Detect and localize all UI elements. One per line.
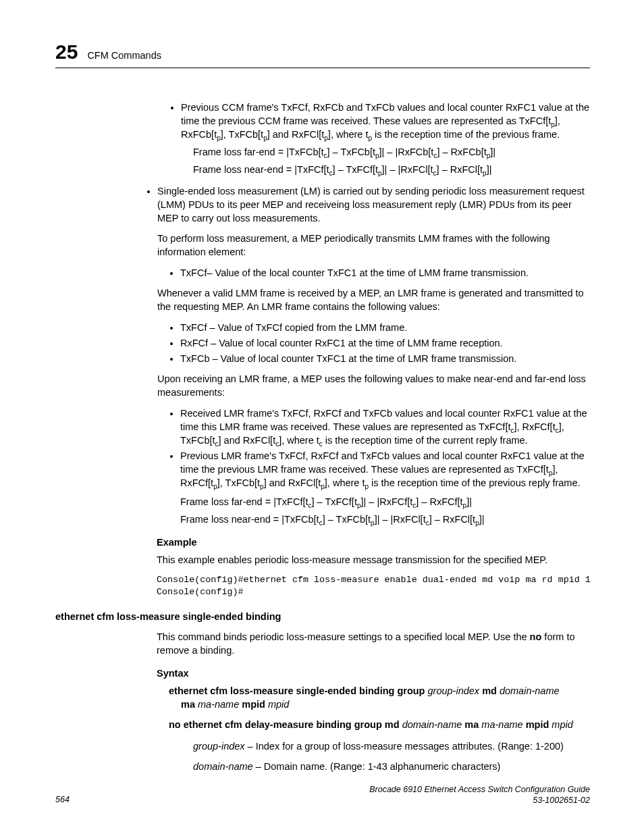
bullet-list: Single-ended loss measurement (LM) is ca…	[145, 184, 590, 526]
list-item: RxFCf – Value of local counter RxFC1 at …	[180, 336, 590, 350]
command-title: ethernet cfm loss-measure single-ended b…	[55, 610, 590, 623]
param-line: domain-name – Domain name. (Range: 1-43 …	[193, 760, 590, 773]
paragraph: Upon receiving an LMR frame, a MEP uses …	[157, 372, 590, 399]
code-block: Console(config)#ethernet cfm loss-measur…	[157, 574, 590, 598]
syntax-block: ethernet cfm loss-measure single-ended b…	[169, 684, 590, 773]
bullet-list: TxFCf– Value of the local counter TxFC1 …	[157, 266, 590, 280]
syntax-line: ma ma-name mpid mpid	[181, 698, 590, 711]
formula: Frame loss near-end = |TxFCf[tc] – TxFCf…	[193, 163, 590, 176]
bullet-list: Received LMR frame's TxFCf, RxFCf and Tx…	[157, 407, 590, 526]
list-item: TxFCf– Value of the local counter TxFC1 …	[180, 266, 590, 280]
command-description: This command binds periodic loss-measure…	[157, 630, 590, 657]
command-body: This command binds periodic loss-measure…	[157, 630, 590, 773]
formula: Frame loss far-end = |TxFCf[tc] – TxFCf[…	[180, 495, 590, 509]
list-item: Received LMR frame's TxFCf, RxFCf and Tx…	[180, 407, 590, 447]
formula: Frame loss near-end = |TxFCb[tc] – TxFCb…	[180, 513, 590, 526]
param-line: group-index – Index for a group of loss-…	[193, 739, 590, 753]
chapter-number: 25	[55, 38, 78, 66]
bullet-list: TxFCf – Value of TxFCf copied from the L…	[157, 321, 590, 365]
paragraph: To perform loss measurement, a MEP perio…	[157, 232, 590, 259]
list-item: Previous CCM frame's TxFCf, RxFCb and Tx…	[181, 101, 590, 176]
syntax-line: ethernet cfm loss-measure single-ended b…	[169, 684, 590, 698]
syntax-line: no ethernet cfm delay-measure binding gr…	[169, 718, 590, 731]
footer-right: Brocade 6910 Ethernet Access Switch Conf…	[369, 784, 590, 806]
bullet-list: Previous CCM frame's TxFCf, RxFCb and Tx…	[169, 101, 590, 176]
list-item: TxFCf – Value of TxFCf copied from the L…	[180, 321, 590, 334]
syntax-heading: Syntax	[157, 667, 590, 680]
page-number: 564	[55, 794, 70, 806]
page-header: 25 CFM Commands	[55, 38, 590, 68]
list-item: TxFCb – Value of local counter TxFC1 at …	[180, 352, 590, 365]
example-text: This example enables periodic loss-measu…	[157, 553, 590, 567]
chapter-title: CFM Commands	[87, 49, 161, 62]
example-section: Example This example enables periodic lo…	[157, 536, 590, 598]
formula: Frame loss far-end = |TxFCb[tc] – TxFCb[…	[193, 145, 590, 159]
paragraph: Whenever a valid LMM frame is received b…	[157, 286, 590, 313]
list-item: Previous LMR frame's TxFCf, RxFCf and Tx…	[180, 449, 590, 526]
page-footer: 564 Brocade 6910 Ethernet Access Switch …	[55, 784, 590, 806]
example-heading: Example	[157, 536, 590, 549]
list-item: Single-ended loss measurement (LM) is ca…	[157, 184, 590, 526]
